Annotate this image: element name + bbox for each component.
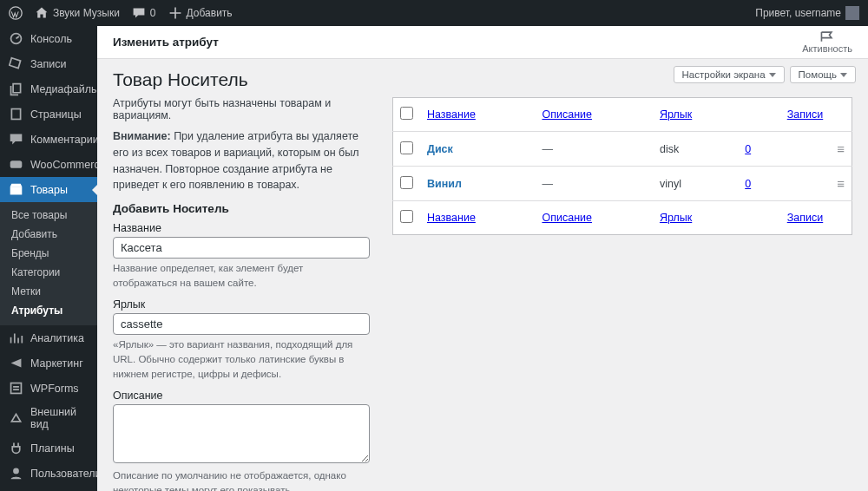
page-title: Товар Носитель: [113, 69, 248, 90]
sidebar-item-label: Медиафайлы: [30, 83, 97, 95]
sidebar-item-label: Внешний вид: [30, 406, 89, 430]
select-all-top[interactable]: [400, 107, 413, 120]
svg-rect-3: [10, 160, 23, 168]
sidebar-item-wpforms[interactable]: WPForms: [0, 376, 97, 401]
sidebar-item-posts[interactable]: Записи: [0, 51, 97, 76]
name-help: Название определяет, как элемент будет о…: [113, 261, 370, 290]
sidebar-item-analytics[interactable]: Аналитика: [0, 325, 97, 350]
col-desc[interactable]: Описание: [542, 108, 592, 121]
help-button[interactable]: Помощь: [790, 66, 856, 83]
sidebar-item-marketing[interactable]: Маркетинг: [0, 350, 97, 376]
sidebar-item-dashboard[interactable]: Консоль: [0, 26, 97, 51]
desc-help: Описание по умолчанию не отображается, о…: [113, 468, 370, 491]
sidebar-item-plugins[interactable]: Плагины: [0, 435, 97, 461]
flag-icon: [819, 30, 835, 43]
account-link[interactable]: Привет, username: [755, 6, 859, 20]
row-checkbox[interactable]: [400, 176, 413, 189]
avatar: [845, 6, 859, 20]
submenu-categories[interactable]: Категории: [0, 263, 97, 282]
slug-input[interactable]: [113, 313, 370, 335]
site-name: Звуки Музыки: [53, 7, 120, 19]
reorder-handle[interactable]: ≡: [830, 167, 852, 201]
svg-point-6: [13, 468, 19, 475]
main-content: Изменить атрибут Активность Настройки эк…: [97, 26, 868, 491]
screen-meta-tabs: Настройки экрана Помощь: [674, 66, 856, 83]
comments-count: 0: [150, 7, 156, 19]
site-link[interactable]: Звуки Музыки: [35, 6, 120, 20]
svg-rect-5: [11, 383, 22, 394]
col-name[interactable]: Название: [427, 108, 476, 121]
col-desc[interactable]: Описание: [542, 212, 592, 224]
col-posts[interactable]: Записи: [787, 108, 824, 121]
col-posts[interactable]: Записи: [787, 212, 824, 224]
sidebar-submenu-products: Все товары Добавить Бренды Категории Мет…: [0, 202, 97, 325]
add-section-title: Добавить Носитель: [113, 202, 370, 215]
left-column: Атрибуты могут быть назначены товарам и …: [113, 97, 370, 491]
table-row: Диск — disk 0 ≡: [393, 132, 852, 167]
sidebar-item-tools[interactable]: Инструменты: [0, 486, 97, 491]
sidebar-item-media[interactable]: Медиафайлы: [0, 76, 97, 101]
row-posts-link[interactable]: 0: [745, 178, 751, 190]
slug-help: «Ярлык» — это вариант названия, подходящ…: [113, 337, 370, 381]
col-name[interactable]: Название: [427, 212, 476, 224]
row-name-link[interactable]: Диск: [427, 143, 453, 155]
row-checkbox[interactable]: [400, 141, 413, 154]
row-name-link[interactable]: Винил: [427, 178, 462, 190]
chevron-down-icon: [769, 73, 776, 77]
activity-panel[interactable]: Активность: [802, 30, 852, 54]
sidebar-item-label: Плагины: [30, 442, 75, 455]
sidebar-item-label: WooCommerce: [30, 159, 97, 171]
table-row: Винил — vinyl 0 ≡: [393, 167, 852, 201]
sidebar-item-comments[interactable]: Комментарии: [0, 127, 97, 152]
submenu-attributes[interactable]: Атрибуты: [0, 301, 97, 320]
admin-sidebar: Консоль Записи Медиафайлы Страницы Комме…: [0, 26, 97, 491]
row-slug: vinyl: [653, 167, 738, 201]
svg-point-0: [10, 7, 22, 19]
sidebar-item-label: Страницы: [30, 108, 82, 121]
sidebar-item-label: Консоль: [30, 33, 72, 45]
sidebar-item-label: WPForms: [30, 383, 79, 395]
screen-options-button[interactable]: Настройки экрана: [674, 66, 785, 83]
select-all-bottom[interactable]: [400, 210, 413, 223]
col-slug[interactable]: Ярлык: [660, 108, 692, 121]
comments-link[interactable]: 0: [132, 6, 156, 20]
svg-rect-2: [11, 109, 20, 120]
row-slug: disk: [653, 132, 738, 167]
wp-logo[interactable]: [9, 6, 23, 20]
intro-text: Атрибуты могут быть назначены товарам и …: [113, 97, 370, 121]
activity-label: Активность: [802, 44, 852, 54]
desc-textarea[interactable]: [113, 404, 370, 463]
terms-table: Название Описание Ярлык Записи Диск —: [392, 97, 852, 235]
sidebar-item-label: Записи: [30, 58, 67, 70]
sidebar-item-label: Товары: [30, 184, 68, 196]
sidebar-item-pages[interactable]: Страницы: [0, 101, 97, 127]
row-posts-link[interactable]: 0: [745, 143, 751, 155]
greeting: Привет, username: [755, 7, 841, 19]
row-desc: —: [535, 167, 653, 201]
desc-label: Описание: [113, 390, 370, 402]
right-column: Название Описание Ярлык Записи Диск —: [392, 97, 852, 491]
slug-label: Ярлык: [113, 298, 370, 311]
sidebar-item-appearance[interactable]: Внешний вид: [0, 401, 97, 435]
home-icon: [35, 6, 49, 20]
warning-text: Внимание: При удаление атрибута вы удаля…: [113, 128, 370, 193]
submenu-brands[interactable]: Бренды: [0, 244, 97, 263]
name-input[interactable]: [113, 237, 370, 259]
chevron-down-icon: [840, 73, 847, 77]
submenu-all[interactable]: Все товары: [0, 206, 97, 225]
sidebar-item-users[interactable]: Пользователи: [0, 461, 97, 486]
col-slug[interactable]: Ярлык: [660, 212, 692, 224]
sidebar-item-label: Аналитика: [30, 332, 84, 344]
row-desc: —: [535, 132, 653, 167]
page-head-title: Изменить атрибут: [113, 36, 219, 49]
sidebar-item-woocommerce[interactable]: WooCommerce: [0, 152, 97, 177]
add-new-link[interactable]: Добавить: [168, 6, 233, 20]
add-new-label: Добавить: [187, 7, 233, 19]
sidebar-item-label: Пользователи: [30, 468, 97, 480]
submenu-add[interactable]: Добавить: [0, 225, 97, 244]
submenu-tags[interactable]: Метки: [0, 282, 97, 301]
sidebar-item-label: Маркетинг: [30, 357, 83, 370]
plus-icon: [168, 6, 182, 20]
reorder-handle[interactable]: ≡: [830, 132, 852, 167]
sidebar-item-products[interactable]: Товары: [0, 177, 97, 202]
